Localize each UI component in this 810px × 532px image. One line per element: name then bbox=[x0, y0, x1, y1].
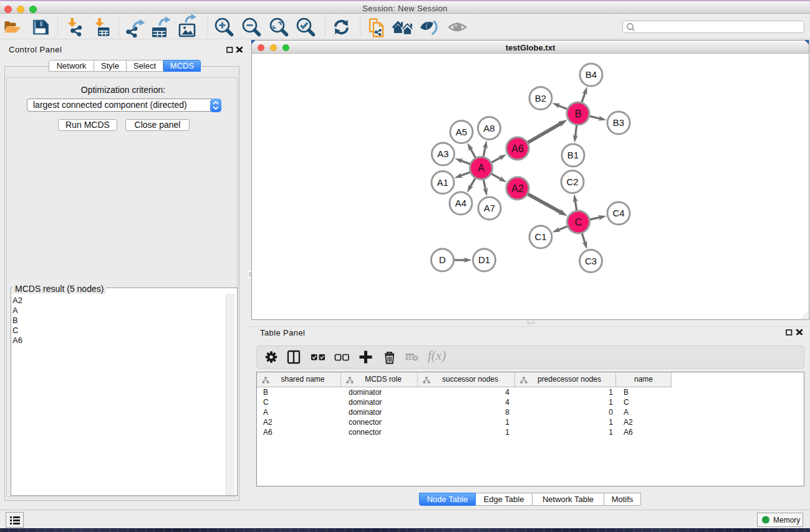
svg-text:C: C bbox=[575, 217, 582, 228]
svg-text:A3: A3 bbox=[437, 148, 448, 159]
svg-text:C4: C4 bbox=[612, 208, 624, 218]
svg-text:A: A bbox=[478, 163, 485, 173]
svg-text:C2: C2 bbox=[566, 177, 578, 187]
svg-text:C1: C1 bbox=[534, 231, 546, 242]
svg-text:B3: B3 bbox=[613, 117, 624, 128]
svg-text:B2: B2 bbox=[535, 93, 546, 104]
svg-text:A5: A5 bbox=[456, 127, 467, 137]
svg-text:A1: A1 bbox=[437, 177, 448, 188]
svg-text:A8: A8 bbox=[483, 123, 494, 133]
svg-text:B4: B4 bbox=[586, 69, 597, 80]
svg-text:A7: A7 bbox=[484, 203, 495, 213]
svg-text:B1: B1 bbox=[567, 150, 579, 160]
svg-text:C3: C3 bbox=[585, 256, 597, 266]
svg-text:B: B bbox=[575, 109, 582, 119]
svg-text:A4: A4 bbox=[455, 198, 466, 208]
svg-text:A2: A2 bbox=[511, 183, 524, 194]
svg-text:D: D bbox=[439, 254, 446, 265]
svg-text:D1: D1 bbox=[478, 254, 490, 265]
svg-text:A6: A6 bbox=[511, 143, 524, 154]
svg-text:Memory: Memory bbox=[773, 516, 800, 525]
